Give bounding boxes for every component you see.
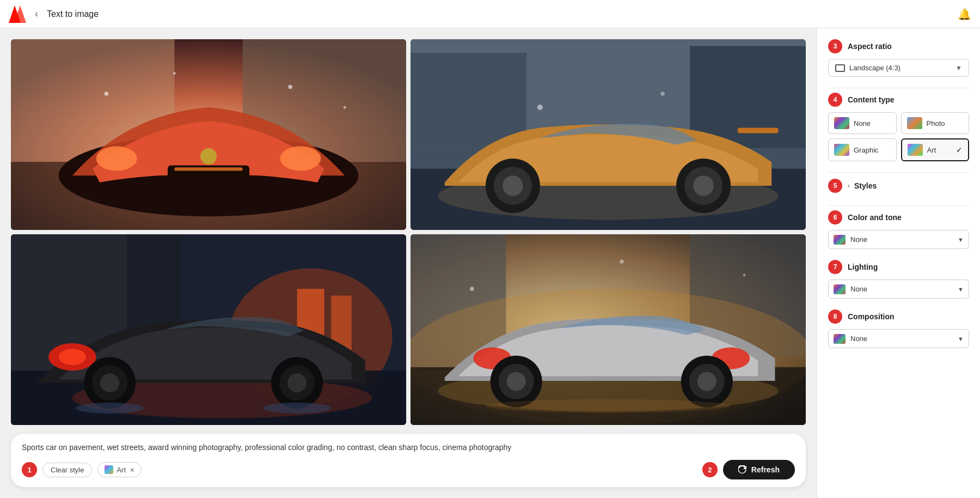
styles-chevron: › bbox=[848, 182, 850, 190]
lighting-section: 7 Lighting None ▼ bbox=[828, 260, 969, 299]
image-cell-4[interactable] bbox=[411, 234, 806, 425]
divider-3 bbox=[828, 205, 969, 206]
landscape-icon bbox=[835, 64, 845, 72]
prompt-footer: 1 Clear style Art × 2 Refresh bbox=[22, 460, 795, 479]
svg-point-60 bbox=[507, 372, 526, 391]
composition-label: Composition bbox=[848, 312, 895, 321]
aspect-ratio-value: Landscape (4:3) bbox=[849, 64, 901, 72]
aspect-ratio-dropdown[interactable]: Landscape (4:3) ▼ bbox=[828, 59, 969, 77]
step-8-badge: 8 bbox=[828, 309, 842, 324]
refresh-label: Refresh bbox=[751, 465, 780, 474]
composition-section: 8 Composition None ▼ bbox=[828, 309, 969, 348]
svg-point-67 bbox=[620, 259, 624, 264]
lighting-select[interactable]: None bbox=[828, 280, 969, 299]
aspect-ratio-section: 3 Aspect ratio Landscape (4:3) ▼ bbox=[828, 39, 969, 77]
photo-label: Photo bbox=[927, 119, 945, 127]
svg-point-8 bbox=[96, 146, 137, 171]
app-header: ‹ Text to image 🔔 bbox=[0, 0, 980, 28]
art-tag-remove[interactable]: × bbox=[130, 466, 134, 474]
aspect-ratio-label: Aspect ratio bbox=[848, 42, 892, 51]
back-icon: ‹ bbox=[35, 8, 38, 20]
content-type-art[interactable]: Art ✓ bbox=[901, 138, 970, 161]
notification-button[interactable]: 🔔 bbox=[958, 8, 971, 21]
content-type-label: Content type bbox=[848, 95, 895, 104]
svg-point-44 bbox=[100, 373, 119, 392]
aspect-ratio-chevron: ▼ bbox=[955, 64, 962, 72]
car-svg-4 bbox=[411, 234, 806, 425]
divider-1 bbox=[828, 88, 969, 88]
art-thumb bbox=[908, 144, 923, 156]
none-thumb bbox=[834, 117, 849, 129]
prompt-text: Sports car on pavement, wet streets, awa… bbox=[22, 442, 795, 453]
image-cell-3[interactable] bbox=[11, 234, 406, 425]
art-check-icon: ✓ bbox=[956, 145, 963, 154]
car-svg-2 bbox=[411, 39, 806, 230]
lighting-header: 7 Lighting bbox=[828, 260, 969, 274]
color-tone-select[interactable]: None bbox=[828, 230, 969, 249]
svg-point-47 bbox=[287, 373, 307, 392]
step-7-badge: 7 bbox=[828, 260, 842, 274]
art-tag-icon bbox=[105, 465, 113, 474]
svg-point-25 bbox=[503, 175, 523, 196]
color-tone-section: 6 Color and tone None ▼ bbox=[828, 210, 969, 249]
adobe-logo bbox=[9, 5, 26, 23]
svg-rect-29 bbox=[738, 128, 779, 133]
aspect-ratio-header: 3 Aspect ratio bbox=[828, 39, 969, 53]
svg-point-14 bbox=[173, 72, 176, 75]
main-layout: Sports car on pavement, wet streets, awa… bbox=[0, 28, 980, 498]
svg-point-41 bbox=[59, 349, 86, 365]
step-6-badge: 6 bbox=[828, 210, 842, 224]
clear-style-button[interactable]: Clear style bbox=[42, 463, 92, 477]
styles-label: Styles bbox=[854, 181, 877, 190]
svg-point-64 bbox=[486, 399, 731, 413]
svg-point-31 bbox=[660, 92, 665, 96]
step-4-badge: 4 bbox=[828, 93, 842, 107]
styles-section: 5 › Styles bbox=[828, 177, 969, 195]
svg-point-28 bbox=[693, 175, 714, 196]
svg-point-13 bbox=[105, 92, 109, 96]
image-cell-1[interactable] bbox=[11, 39, 406, 230]
svg-point-65 bbox=[470, 287, 474, 291]
svg-rect-11 bbox=[174, 167, 242, 171]
svg-point-63 bbox=[697, 372, 716, 391]
step-1-badge: 1 bbox=[22, 462, 37, 477]
color-tone-label: Color and tone bbox=[848, 213, 902, 222]
svg-point-49 bbox=[263, 403, 331, 414]
svg-rect-19 bbox=[411, 53, 526, 148]
page-title: Text to image bbox=[47, 9, 99, 19]
refresh-button[interactable]: Refresh bbox=[723, 460, 795, 479]
art-tag-label: Art bbox=[117, 466, 126, 474]
step-5-badge: 5 bbox=[828, 179, 842, 193]
content-area: Sports car on pavement, wet streets, awa… bbox=[0, 28, 817, 498]
content-type-photo[interactable]: Photo bbox=[901, 112, 970, 134]
content-type-none[interactable]: None bbox=[828, 112, 897, 134]
art-label: Art bbox=[927, 146, 936, 154]
art-style-tag[interactable]: Art × bbox=[97, 462, 141, 477]
lighting-wrapper: None ▼ bbox=[828, 280, 969, 299]
svg-point-15 bbox=[288, 85, 292, 89]
car-svg-1 bbox=[11, 39, 406, 230]
color-tone-header: 6 Color and tone bbox=[828, 210, 969, 224]
content-type-graphic[interactable]: Graphic bbox=[828, 138, 897, 161]
none-label: None bbox=[854, 119, 871, 127]
image-cell-2[interactable] bbox=[411, 39, 806, 230]
content-type-header: 4 Content type bbox=[828, 93, 969, 107]
car-svg-3 bbox=[11, 234, 406, 425]
photo-thumb bbox=[907, 117, 922, 129]
styles-row[interactable]: › Styles bbox=[848, 177, 877, 195]
step-3-badge: 3 bbox=[828, 39, 842, 53]
notification-icon: 🔔 bbox=[958, 8, 971, 20]
svg-point-66 bbox=[743, 274, 746, 277]
back-button[interactable]: ‹ bbox=[33, 6, 40, 22]
composition-select[interactable]: None bbox=[828, 329, 969, 348]
svg-point-12 bbox=[200, 148, 217, 165]
styles-header: 5 › Styles bbox=[828, 177, 969, 195]
refresh-icon bbox=[738, 465, 747, 474]
composition-header: 8 Composition bbox=[828, 309, 969, 324]
composition-wrapper: None ▼ bbox=[828, 329, 969, 348]
right-panel: 3 Aspect ratio Landscape (4:3) ▼ 4 Conte… bbox=[817, 28, 980, 498]
svg-point-16 bbox=[344, 106, 346, 109]
lighting-label: Lighting bbox=[848, 263, 878, 271]
svg-point-30 bbox=[537, 105, 543, 110]
content-type-section: 4 Content type None Photo Graphic bbox=[828, 93, 969, 161]
